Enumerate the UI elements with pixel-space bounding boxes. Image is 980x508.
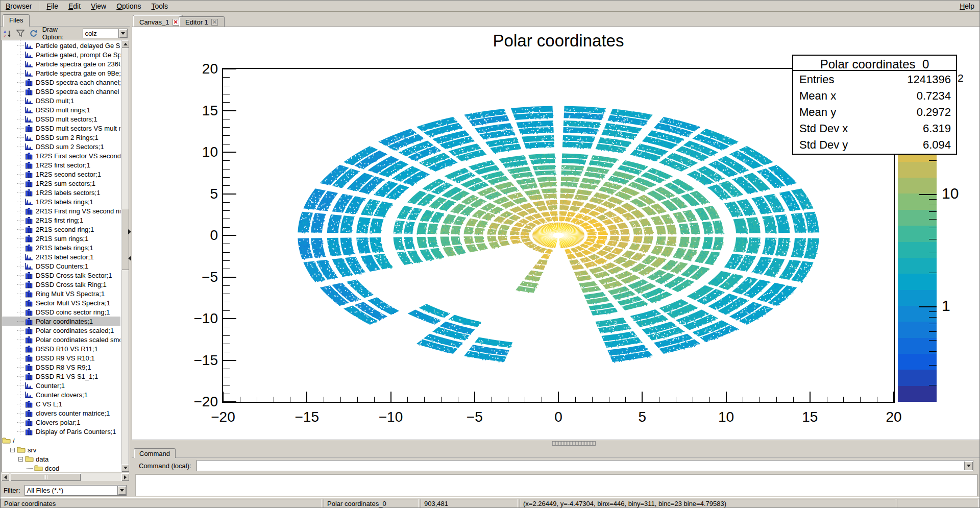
tree-folder[interactable]: dcod bbox=[2, 464, 120, 472]
tree-item[interactable]: DSSD R1 VS S1_1;1 bbox=[2, 372, 120, 381]
tree-item[interactable]: DSSD R9 VS R10;1 bbox=[2, 353, 120, 362]
tree-item[interactable]: C VS L;1 bbox=[2, 399, 120, 408]
filter-combobox[interactable]: All Files (*.*) bbox=[24, 485, 127, 496]
tree-item[interactable]: Particle spectra gate on 236U;1 bbox=[2, 59, 120, 68]
tree-item-label: Particle spectra gate on 236U;1 bbox=[36, 60, 120, 68]
scroll-up-icon[interactable] bbox=[121, 40, 129, 48]
menu-options[interactable]: Options bbox=[111, 1, 146, 11]
scroll-right-icon[interactable] bbox=[121, 473, 129, 481]
tree-folder[interactable]: −srv bbox=[2, 445, 120, 454]
tree-item[interactable]: Polar coordinates scaled;1 bbox=[2, 326, 120, 335]
canvas-tab-bar: Canvas_1 ✕ Editor 1 ✕ bbox=[132, 12, 980, 27]
tree-item[interactable]: Particle spectra gate on 9Be;1 bbox=[2, 68, 120, 78]
stats-row: Mean y0.2972 bbox=[793, 104, 956, 120]
tree-item-label: 1R2S second sector;1 bbox=[36, 171, 101, 178]
tree-item[interactable]: DSSD mult rings;1 bbox=[2, 105, 120, 114]
tree-item[interactable]: Counter clovers;1 bbox=[2, 390, 120, 399]
sort-alpha-icon[interactable]: A Z bbox=[3, 29, 12, 38]
scroll-left-icon[interactable] bbox=[2, 473, 9, 481]
tree-item[interactable]: DSSD Counters;1 bbox=[2, 261, 120, 271]
histogram-1d-icon bbox=[25, 134, 34, 141]
tree-item[interactable]: Polar coordinates scaled smooth;1 bbox=[2, 335, 120, 344]
tab-editor-1[interactable]: Editor 1 ✕ bbox=[179, 16, 225, 27]
tree-horizontal-scrollbar[interactable] bbox=[2, 473, 129, 481]
tree-item[interactable]: 2R1S second ring;1 bbox=[2, 225, 120, 234]
tree-item[interactable]: 2R1S First ring VS second ring;1 bbox=[2, 206, 120, 215]
tree-item[interactable]: DSSD sum 2 Rings;1 bbox=[2, 133, 120, 142]
x-axis-tick-label: −20 bbox=[211, 409, 235, 425]
tree-item[interactable]: 1R2S second sector;1 bbox=[2, 170, 120, 179]
tree-item-label: Display of Paris Counters;1 bbox=[36, 428, 116, 436]
tree-item[interactable]: DSSD mult sectors VS mult rings;1 bbox=[2, 124, 120, 133]
status-segment: Polar coordinates_0 bbox=[324, 499, 419, 508]
menu-help[interactable]: Help bbox=[953, 1, 980, 11]
tab-files[interactable]: Files bbox=[3, 14, 30, 27]
tree-item[interactable]: DSSD spectra each channel 1R1S;1 bbox=[2, 87, 120, 96]
tree-item[interactable]: 2R1S labels rings;1 bbox=[2, 243, 120, 252]
tree-item[interactable]: 2R1S label sector;1 bbox=[2, 252, 120, 261]
colorbar-tick bbox=[929, 340, 937, 341]
menu-edit[interactable]: Edit bbox=[63, 1, 86, 11]
tree-expander-icon[interactable]: − bbox=[18, 457, 23, 462]
tree-vscroll-thumb[interactable] bbox=[121, 209, 129, 270]
tree-folder[interactable]: −data bbox=[2, 454, 120, 464]
scroll-down-icon[interactable] bbox=[121, 464, 129, 472]
tree-item[interactable]: Polar coordinates;1 bbox=[2, 317, 120, 326]
tree-vertical-scrollbar[interactable] bbox=[121, 40, 129, 472]
tree-expander-icon[interactable]: − bbox=[10, 448, 15, 452]
menu-view[interactable]: View bbox=[86, 1, 111, 11]
tree-item[interactable]: Clovers polar;1 bbox=[2, 418, 120, 427]
close-editor-icon[interactable]: ✕ bbox=[211, 19, 218, 26]
tree-item[interactable]: DSSD R10 VS R11;1 bbox=[2, 344, 120, 353]
tree-item[interactable]: 1R2S labels sectors;1 bbox=[2, 188, 120, 197]
tree-item[interactable]: DSSD R8 VS R9;1 bbox=[2, 362, 120, 372]
tree-item[interactable]: 1R2S First sector VS second sector;1 bbox=[2, 151, 120, 160]
tree-item[interactable]: DSSD Cross talk Sector;1 bbox=[2, 271, 120, 280]
colorbar-tick bbox=[929, 253, 937, 253]
tree-item[interactable]: 1R2S first sector;1 bbox=[2, 160, 120, 170]
tree-item[interactable]: DSSD sum 2 Sectors;1 bbox=[2, 142, 120, 151]
panel-splitter-collapse-icon[interactable] bbox=[128, 256, 131, 261]
menu-browser[interactable]: Browser bbox=[1, 1, 37, 11]
histogram-2d-icon bbox=[25, 272, 34, 279]
tree-hscroll-thumb[interactable] bbox=[11, 473, 81, 481]
tab-canvas-1[interactable]: Canvas_1 ✕ bbox=[133, 15, 183, 27]
tree-item[interactable]: DSSD mult;1 bbox=[2, 96, 120, 105]
canvas-command-splitter[interactable] bbox=[132, 440, 980, 447]
tree-item[interactable]: 2R1S first ring;1 bbox=[2, 215, 120, 225]
tree-item[interactable]: DSSD Cross talk Ring;1 bbox=[2, 280, 120, 289]
splitter-grip[interactable] bbox=[552, 441, 596, 446]
histogram-2d-icon bbox=[25, 409, 34, 417]
tree-item[interactable]: DSSD mult sectors;1 bbox=[2, 114, 120, 124]
histogram-2d-icon bbox=[25, 125, 34, 132]
stats-box[interactable]: Polar coordinates_0 Entries1241396Mean x… bbox=[792, 55, 957, 155]
tree-item[interactable]: clovers counter matrice;1 bbox=[2, 408, 120, 418]
tree-item[interactable]: Sector Mult VS Spectra;1 bbox=[2, 298, 120, 307]
close-canvas-icon[interactable]: ✕ bbox=[173, 19, 179, 26]
tab-command[interactable]: Command bbox=[134, 448, 176, 458]
tree-item[interactable]: 1R2S sum sectors;1 bbox=[2, 179, 120, 188]
tree-item[interactable]: Counter;1 bbox=[2, 381, 120, 390]
tree-item[interactable]: Ring Mult VS Spectra;1 bbox=[2, 289, 120, 298]
tree-item[interactable]: Display of Paris Counters;1 bbox=[2, 427, 120, 436]
menu-file[interactable]: File bbox=[41, 1, 63, 11]
command-dropdown-icon[interactable] bbox=[964, 462, 973, 470]
command-input[interactable] bbox=[197, 460, 973, 471]
files-tab-row: Files bbox=[1, 12, 130, 27]
root-canvas[interactable]: Polar coordinates 2 Polar coordinates_0 … bbox=[132, 27, 980, 440]
menu-tools[interactable]: Tools bbox=[146, 1, 173, 11]
tree-item[interactable]: Particle gated, prompt Ge Spectra;1 bbox=[2, 50, 120, 59]
tree-item[interactable]: DSSD spectra each channel;1 bbox=[2, 78, 120, 87]
draw-option-dropdown-icon[interactable] bbox=[118, 29, 127, 38]
tree-item[interactable]: 1R2S labels rings;1 bbox=[2, 197, 120, 206]
refresh-icon[interactable] bbox=[28, 29, 38, 38]
tree-item[interactable]: DSSD coinc sector ring;1 bbox=[2, 307, 120, 317]
filter-dropdown-icon[interactable] bbox=[117, 486, 126, 495]
draw-option-combobox[interactable]: colz bbox=[83, 29, 128, 38]
tree-item[interactable]: 2R1S sum rings;1 bbox=[2, 234, 120, 243]
tree-item-label: Polar coordinates scaled;1 bbox=[36, 327, 114, 334]
tree-folder[interactable]: / bbox=[2, 436, 120, 445]
tree-item[interactable]: Particle gated, delayed Ge Spectra;1 bbox=[2, 41, 120, 50]
filter-funnel-icon[interactable] bbox=[15, 29, 25, 38]
panel-splitter-expand-icon[interactable] bbox=[128, 229, 131, 234]
